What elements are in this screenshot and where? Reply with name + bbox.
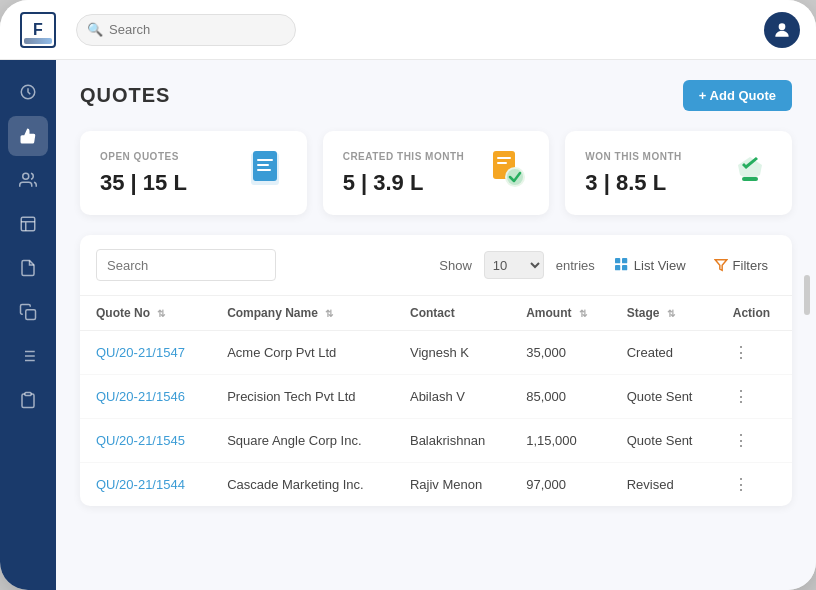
col-action-label: Action: [733, 306, 770, 320]
table-row: QU/20-21/1547 Acme Corp Pvt Ltd Vignesh …: [80, 331, 792, 375]
sidebar-item-clipboard[interactable]: [8, 380, 48, 420]
svg-rect-25: [615, 265, 620, 270]
sidebar-item-list[interactable]: [8, 336, 48, 376]
sort-icon-amount[interactable]: ⇅: [579, 308, 587, 319]
logo-wave: [24, 38, 52, 44]
top-bar: F 🔍: [0, 0, 816, 60]
cell-action: ⋮: [717, 375, 792, 419]
svg-rect-26: [622, 265, 627, 270]
sidebar-item-people[interactable]: [8, 160, 48, 200]
won-icon: [728, 147, 772, 199]
cell-action: ⋮: [717, 331, 792, 375]
main-content: QUOTES + Add Quote OPEN QUOTES 35 | 15 L: [56, 60, 816, 590]
quote-no-link[interactable]: QU/20-21/1547: [96, 345, 185, 360]
show-label: Show: [439, 258, 472, 273]
stat-card-created: CREATED THIS MONTH 5 | 3.9 L: [323, 131, 550, 215]
col-quote-no: Quote No ⇅: [80, 296, 211, 331]
col-company-label: Company Name: [227, 306, 318, 320]
quote-no-link[interactable]: QU/20-21/1546: [96, 389, 185, 404]
cell-quote-no: QU/20-21/1544: [80, 463, 211, 507]
quotes-table: Quote No ⇅ Company Name ⇅ Contact: [80, 296, 792, 506]
table-header-row: Quote No ⇅ Company Name ⇅ Contact: [80, 296, 792, 331]
col-action: Action: [717, 296, 792, 331]
user-icon: [772, 20, 792, 40]
col-amount: Amount ⇅: [510, 296, 611, 331]
quote-no-link[interactable]: QU/20-21/1545: [96, 433, 185, 448]
device-frame: F 🔍: [0, 0, 816, 590]
svg-rect-22: [742, 177, 758, 181]
list-view-label: List View: [634, 258, 686, 273]
cell-contact: Balakrishnan: [394, 419, 510, 463]
sort-icon-company[interactable]: ⇅: [325, 308, 333, 319]
page-header: QUOTES + Add Quote: [80, 80, 792, 111]
sidebar-item-clock[interactable]: [8, 72, 48, 112]
cell-quote-no: QU/20-21/1547: [80, 331, 211, 375]
action-menu-trigger[interactable]: ⋮: [733, 388, 751, 405]
svg-rect-18: [497, 157, 511, 159]
table-row: QU/20-21/1545 Square Angle Corp Inc. Bal…: [80, 419, 792, 463]
cell-stage: Created: [611, 331, 717, 375]
svg-rect-15: [257, 164, 269, 166]
global-search-bar[interactable]: 🔍: [76, 14, 296, 46]
cell-quote-no: QU/20-21/1545: [80, 419, 211, 463]
col-quote-no-label: Quote No: [96, 306, 150, 320]
table-search-input[interactable]: [96, 249, 276, 281]
col-stage: Stage ⇅: [611, 296, 717, 331]
action-menu-trigger[interactable]: ⋮: [733, 476, 751, 493]
entries-select[interactable]: 10 25 50: [484, 251, 544, 279]
cell-amount: 1,15,000: [510, 419, 611, 463]
svg-rect-11: [25, 393, 31, 396]
global-search-input[interactable]: [109, 22, 285, 37]
col-contact-label: Contact: [410, 306, 455, 320]
list-view-button[interactable]: List View: [607, 254, 694, 277]
stat-card-left-won: WON THIS MONTH 3 | 8.5 L: [585, 151, 681, 196]
quote-no-link[interactable]: QU/20-21/1544: [96, 477, 185, 492]
cell-company: Acme Corp Pvt Ltd: [211, 331, 394, 375]
cell-contact: Abilash V: [394, 375, 510, 419]
sidebar: [0, 60, 56, 590]
col-amount-label: Amount: [526, 306, 571, 320]
svg-rect-16: [257, 169, 271, 171]
created-icon: [485, 147, 529, 199]
avatar[interactable]: [764, 12, 800, 48]
add-quote-button[interactable]: + Add Quote: [683, 80, 792, 111]
created-value: 5 | 3.9 L: [343, 170, 465, 196]
col-contact: Contact: [394, 296, 510, 331]
sort-icon-quote-no[interactable]: ⇅: [157, 308, 165, 319]
sidebar-item-thumbsup[interactable]: [8, 116, 48, 156]
table-row: QU/20-21/1544 Cascade Marketing Inc. Raj…: [80, 463, 792, 507]
svg-rect-23: [615, 258, 620, 263]
cell-company: Cascade Marketing Inc.: [211, 463, 394, 507]
svg-rect-19: [497, 162, 507, 164]
cell-company: Square Angle Corp Inc.: [211, 419, 394, 463]
svg-rect-24: [622, 258, 627, 263]
open-quotes-icon: [243, 147, 287, 199]
stat-card-left-created: CREATED THIS MONTH 5 | 3.9 L: [343, 151, 465, 196]
open-quotes-label: OPEN QUOTES: [100, 151, 187, 162]
svg-point-2: [23, 173, 29, 179]
sidebar-item-file[interactable]: [8, 248, 48, 288]
device-scrollbar: [804, 275, 810, 315]
svg-rect-14: [257, 159, 273, 161]
cell-company: Precision Tech Pvt Ltd: [211, 375, 394, 419]
sort-icon-stage[interactable]: ⇅: [667, 308, 675, 319]
action-menu-trigger[interactable]: ⋮: [733, 432, 751, 449]
svg-rect-4: [26, 310, 36, 320]
sidebar-item-copy[interactable]: [8, 292, 48, 332]
action-menu-trigger[interactable]: ⋮: [733, 344, 751, 361]
stat-card-open-quotes: OPEN QUOTES 35 | 15 L: [80, 131, 307, 215]
logo-box: F: [20, 12, 56, 48]
svg-point-0: [779, 23, 786, 30]
cell-contact: Rajiv Menon: [394, 463, 510, 507]
svg-marker-27: [715, 260, 727, 271]
col-company: Company Name ⇅: [211, 296, 394, 331]
cell-amount: 85,000: [510, 375, 611, 419]
col-stage-label: Stage: [627, 306, 660, 320]
stat-card-won: WON THIS MONTH 3 | 8.5 L: [565, 131, 792, 215]
cell-amount: 97,000: [510, 463, 611, 507]
filter-button[interactable]: Filters: [706, 254, 776, 277]
stat-card-left-open: OPEN QUOTES 35 | 15 L: [100, 151, 187, 196]
cell-quote-no: QU/20-21/1546: [80, 375, 211, 419]
logo-letter: F: [33, 21, 43, 39]
sidebar-item-building[interactable]: [8, 204, 48, 244]
